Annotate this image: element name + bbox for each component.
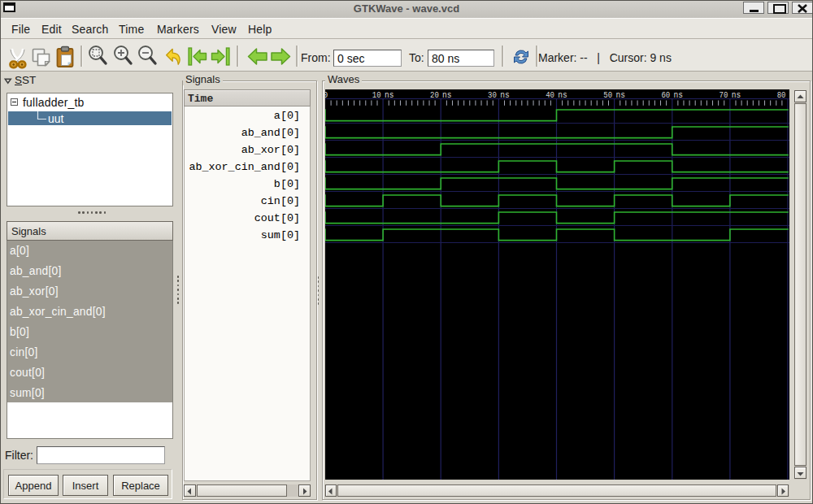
svg-text:20: 20 (430, 90, 439, 100)
svg-text:0: 0 (325, 90, 328, 100)
svg-text:70: 70 (720, 90, 728, 100)
svg-text:ns: ns (615, 90, 625, 100)
svg-text:30: 30 (488, 90, 497, 100)
svg-text:ns: ns (674, 90, 684, 100)
svg-text:ns: ns (442, 90, 452, 100)
svg-text:50: 50 (603, 90, 612, 100)
svg-text:ns: ns (385, 90, 394, 100)
svg-text:60: 60 (661, 90, 670, 100)
svg-text:ns: ns (732, 90, 741, 100)
svg-text:40: 40 (546, 90, 554, 100)
svg-text:80: 80 (777, 90, 786, 100)
svg-text:ns: ns (500, 90, 510, 100)
svg-text:ns: ns (558, 90, 567, 100)
svg-text:10: 10 (372, 90, 381, 100)
